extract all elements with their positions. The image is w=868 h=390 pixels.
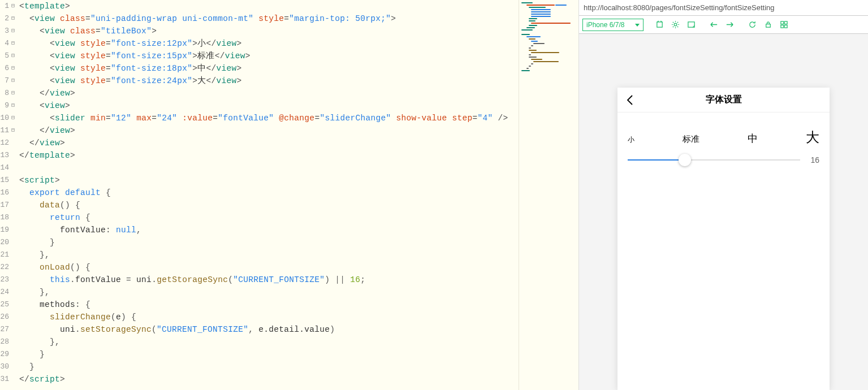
- svg-rect-4: [784, 21, 787, 24]
- device-selector[interactable]: iPhone 6/7/8: [582, 19, 644, 31]
- font-size-slider-row: 16: [617, 151, 830, 169]
- page-title: 字体设置: [617, 94, 830, 106]
- minimap[interactable]: [519, 0, 578, 390]
- preview-toolbar: iPhone 6/7/8: [579, 16, 868, 34]
- slider-fill: [628, 159, 685, 161]
- forward-icon[interactable]: [723, 18, 736, 32]
- back-button[interactable]: [617, 88, 642, 112]
- qrcode-icon[interactable]: [777, 18, 791, 32]
- url-text: http://localhost:8080/pages/fontSizeSett…: [584, 3, 775, 12]
- screenshot-icon[interactable]: [684, 18, 698, 32]
- preview-viewport: 字体设置 小 标准 中 大 16: [579, 34, 868, 390]
- settings-icon[interactable]: [668, 18, 682, 32]
- svg-rect-6: [784, 25, 787, 28]
- lock-icon[interactable]: [761, 18, 775, 32]
- phone-frame: 字体设置 小 标准 中 大 16: [617, 88, 830, 390]
- code-content[interactable]: <template> <view class="uni-padding-wrap…: [19, 0, 519, 390]
- slider-thumb[interactable]: [679, 154, 691, 166]
- preview-pane: http://localhost:8080/pages/fontSizeSett…: [578, 0, 868, 390]
- url-bar[interactable]: http://localhost:8080/pages/fontSizeSett…: [579, 0, 868, 16]
- label-large: 大: [806, 128, 819, 146]
- back-icon[interactable]: [707, 18, 720, 32]
- line-number-gutter: 1234567891011121314151617181920212223242…: [0, 0, 11, 390]
- chevron-left-icon: [627, 94, 633, 106]
- label-medium: 中: [748, 132, 758, 145]
- font-size-labels: 小 标准 中 大: [617, 112, 830, 151]
- refresh-icon[interactable]: [745, 18, 759, 32]
- svg-rect-2: [766, 24, 770, 28]
- svg-point-0: [674, 23, 677, 26]
- app-navbar: 字体设置: [617, 88, 830, 112]
- svg-rect-5: [780, 25, 783, 28]
- slider-value: 16: [806, 155, 819, 164]
- open-external-icon[interactable]: [653, 18, 666, 32]
- label-standard: 标准: [683, 134, 699, 145]
- label-small: 小: [628, 135, 634, 145]
- slider-track[interactable]: [628, 159, 800, 161]
- svg-rect-3: [780, 21, 783, 24]
- fold-gutter[interactable]: ⊟⊟⊟ ⊟ ⊟⊟⊟⊟ ⊟ ⊟⊟: [11, 0, 19, 390]
- code-editor-pane: 1234567891011121314151617181920212223242…: [0, 0, 519, 390]
